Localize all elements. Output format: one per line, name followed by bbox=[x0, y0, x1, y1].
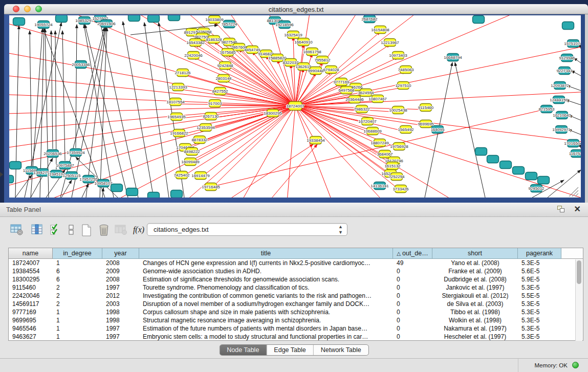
graph-node[interactable]: 2803144 bbox=[215, 75, 232, 82]
show-columns-icon[interactable] bbox=[29, 222, 46, 239]
graph-node[interactable]: 19716485 bbox=[202, 183, 220, 191]
graph-node[interactable]: 10973403 bbox=[389, 52, 407, 59]
graph-node[interactable]: 12093872 bbox=[551, 82, 569, 90]
graph-node[interactable]: 8498222 bbox=[184, 148, 200, 156]
table-row[interactable]: 1938455462009Genome-wide association stu… bbox=[9, 267, 576, 275]
graph-node[interactable]: 8267130 bbox=[203, 113, 219, 120]
graph-node[interactable]: 19166822 bbox=[170, 129, 188, 137]
select-mode-icon[interactable] bbox=[47, 222, 64, 239]
graph-node[interactable] bbox=[500, 161, 512, 169]
graph-node[interactable]: 1167533 bbox=[569, 150, 581, 158]
graph-node[interactable]: 16640910 bbox=[294, 38, 313, 46]
graph-node[interactable]: 10853297 bbox=[75, 17, 94, 25]
graph-node[interactable]: 19055724 bbox=[34, 21, 53, 29]
row-height-icon[interactable] bbox=[62, 222, 80, 239]
graph-node[interactable]: 2718126 bbox=[175, 69, 191, 77]
black-edge[interactable] bbox=[55, 31, 56, 169]
table-row[interactable]: 1830029562008Estimation of significance … bbox=[9, 275, 576, 283]
table-row[interactable]: 977716911998Corpus callosum shape and si… bbox=[9, 308, 576, 316]
graph-node[interactable]: 9115460 bbox=[418, 104, 434, 112]
graph-node[interactable]: 20053346 bbox=[72, 61, 90, 69]
graph-node[interactable]: 17016504 bbox=[564, 140, 581, 147]
table-row[interactable]: 911546021997Tourette syndrome. Phenomeno… bbox=[9, 283, 576, 292]
graph-node[interactable]: 7857224 bbox=[221, 20, 237, 28]
red-edge[interactable] bbox=[295, 106, 581, 198]
black-edge[interactable] bbox=[61, 180, 72, 198]
black-edge[interactable] bbox=[571, 71, 581, 76]
function-builder-icon[interactable]: f(x) bbox=[130, 222, 147, 239]
black-edge[interactable] bbox=[123, 21, 154, 198]
tab-edge-table[interactable]: Edge Table bbox=[267, 345, 313, 355]
graph-node[interactable]: 20691406 bbox=[97, 20, 116, 28]
graph-node[interactable]: 9242848 bbox=[217, 62, 233, 70]
graph-node[interactable] bbox=[473, 16, 485, 24]
graph-node[interactable]: 19654935 bbox=[167, 113, 186, 121]
graph-node[interactable] bbox=[128, 15, 140, 21]
tab-node-table[interactable]: Node Table bbox=[220, 345, 267, 355]
vertical-scrollbar[interactable] bbox=[575, 259, 582, 341]
graph-node[interactable]: 22420046 bbox=[184, 52, 203, 59]
column-header-pagerank[interactable]: pagerank bbox=[518, 248, 561, 259]
memory-status-indicator[interactable] bbox=[572, 362, 579, 368]
graph-node[interactable]: 1297510 bbox=[395, 82, 411, 90]
table-row[interactable]: 1872400712008Changes of HCN gene express… bbox=[9, 259, 576, 267]
column-header-short[interactable]: short bbox=[432, 248, 518, 259]
red-edge[interactable] bbox=[230, 144, 313, 198]
new-column-icon[interactable] bbox=[78, 222, 95, 239]
resize-grip-icon[interactable] bbox=[575, 193, 578, 196]
table-row[interactable]: 946362711997Embryonic stem cells: a mode… bbox=[9, 333, 576, 341]
graph-node[interactable]: 16914479 bbox=[191, 172, 210, 180]
graph-node[interactable]: 20206536 bbox=[43, 150, 62, 158]
graph-node[interactable]: 1675685 bbox=[220, 49, 236, 56]
graph-node[interactable]: 15751074 bbox=[564, 40, 581, 48]
column-header-in_degree[interactable]: in_degree bbox=[53, 248, 102, 259]
graph-node[interactable] bbox=[148, 15, 160, 23]
close-panel-icon[interactable]: ✕ bbox=[574, 204, 581, 214]
graph-node[interactable]: 16210643 bbox=[553, 112, 571, 119]
graph-node[interactable] bbox=[148, 192, 160, 198]
black-edge[interactable] bbox=[455, 62, 485, 198]
graph-node[interactable]: 7955812 bbox=[314, 56, 331, 64]
column-header-year[interactable]: year bbox=[102, 248, 139, 259]
graph-node[interactable]: 12213967 bbox=[381, 39, 399, 47]
graph-node[interactable]: 18107554 bbox=[166, 98, 185, 106]
graph-node[interactable]: 9129946 bbox=[559, 54, 575, 62]
network-window-titlebar[interactable]: citations_edges.txt bbox=[4, 4, 588, 14]
panel-collapse-arrow-icon[interactable] bbox=[0, 172, 3, 177]
red-edge[interactable] bbox=[67, 15, 295, 106]
graph-node[interactable]: 8878332 bbox=[191, 136, 208, 144]
graph-node[interactable] bbox=[562, 22, 574, 30]
graph-node[interactable]: 9227343 bbox=[556, 67, 573, 75]
black-edge[interactable] bbox=[548, 170, 581, 198]
graph-node[interactable]: 16325419 bbox=[284, 31, 302, 39]
graph-node[interactable]: 9245012 bbox=[528, 185, 545, 192]
graph-node[interactable]: 14136141 bbox=[371, 182, 389, 190]
graph-node[interactable]: 1733426 bbox=[393, 185, 409, 193]
graph-node[interactable]: 9777169 bbox=[333, 78, 350, 86]
graph-node[interactable]: 19218596 bbox=[275, 21, 294, 29]
graph-node[interactable]: 6497568 bbox=[338, 86, 355, 94]
graph-node[interactable]: 10688609 bbox=[363, 127, 382, 135]
red-edge[interactable] bbox=[211, 106, 295, 189]
graph-node[interactable]: 18724007 bbox=[286, 102, 304, 111]
graph-node[interactable] bbox=[171, 190, 183, 198]
graph-node[interactable]: 6794028 bbox=[323, 66, 339, 74]
graph-node[interactable] bbox=[487, 156, 499, 163]
scrollbar-thumb[interactable] bbox=[577, 260, 581, 284]
graph-node[interactable] bbox=[9, 176, 14, 183]
table-selector-dropdown[interactable]: citations_edges.txt▲▼ bbox=[147, 223, 347, 236]
graph-node[interactable] bbox=[513, 167, 525, 174]
graph-node[interactable]: 15992971 bbox=[552, 126, 571, 134]
graph-node[interactable] bbox=[13, 18, 25, 26]
network-canvas[interactable]: 1905572410853297152760220691406785722488… bbox=[9, 15, 581, 198]
column-header-title[interactable]: title bbox=[139, 248, 393, 259]
graph-node[interactable]: 8427552 bbox=[212, 87, 228, 95]
graph-node[interactable]: 16961758 bbox=[303, 48, 321, 56]
column-header-out_de[interactable]: △out_de… bbox=[393, 248, 432, 259]
graph-node[interactable]: 17359924 bbox=[67, 149, 85, 157]
graph-node[interactable]: 917003 bbox=[208, 100, 222, 107]
table-options-icon[interactable] bbox=[8, 222, 26, 239]
float-panel-icon[interactable] bbox=[557, 206, 565, 213]
tab-network-table[interactable]: Network Table bbox=[314, 345, 368, 355]
graph-node[interactable] bbox=[538, 177, 550, 184]
